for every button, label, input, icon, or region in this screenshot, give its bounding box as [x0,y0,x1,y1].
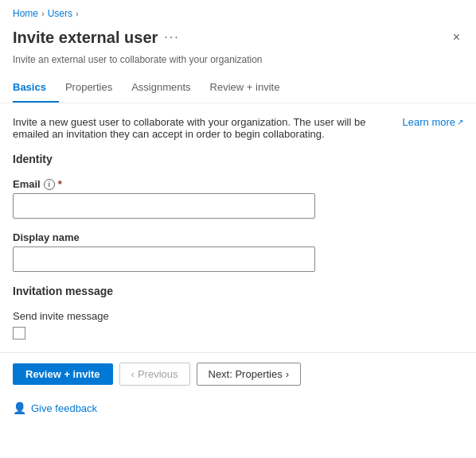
tab-bar: Basics Properties Assignments Review + i… [0,75,476,103]
breadcrumb-chevron2: › [76,9,79,18]
info-banner: Invite a new guest user to collaborate w… [13,116,463,140]
breadcrumb: Home › Users › [0,0,476,24]
previous-label: Previous [138,368,178,380]
give-feedback-link[interactable]: 👤 Give feedback [13,402,97,414]
invitation-section: Invitation message Send invite message [13,285,463,340]
more-options-icon[interactable]: ··· [164,30,179,45]
page-title: Invite external user [13,29,158,47]
previous-button[interactable]: ‹ Previous [119,363,190,386]
learn-more-anchor[interactable]: Learn more ↗ [403,116,463,128]
page-subtitle: Invite an external user to collaborate w… [0,54,476,75]
review-invite-button[interactable]: Review + invite [13,363,113,385]
close-icon: × [453,30,460,45]
send-invite-checkbox-wrapper [13,327,463,340]
header-left: Invite external user ··· [13,29,180,47]
email-required-indicator: * [58,178,62,190]
previous-chevron-icon: ‹ [131,368,135,380]
give-feedback-label: Give feedback [31,402,97,414]
send-invite-label: Send invite message [13,310,463,322]
page-header: Invite external user ··· × [0,24,476,54]
info-banner-text: Invite a new guest user to collaborate w… [13,116,393,140]
feedback-icon: 👤 [13,402,26,414]
close-button[interactable]: × [450,27,463,48]
display-name-label: Display name [13,231,463,243]
email-input[interactable] [13,193,315,219]
tab-assignments[interactable]: Assignments [131,75,203,103]
display-name-field-group: Display name [13,231,463,272]
email-label-text: Email [13,178,41,190]
footer-actions: Review + invite ‹ Previous Next: Propert… [0,353,476,395]
identity-section-title: Identity [13,153,463,165]
display-name-input[interactable] [13,246,315,272]
invitation-section-title: Invitation message [13,285,463,297]
email-label: Email i * [13,178,463,190]
breadcrumb-home[interactable]: Home [13,8,38,19]
breadcrumb-chevron1: › [41,9,45,18]
email-info-icon[interactable]: i [44,179,55,190]
tab-review-invite[interactable]: Review + invite [210,75,293,103]
display-name-label-text: Display name [13,231,80,243]
email-field-group: Email i * [13,178,463,219]
external-link-icon: ↗ [457,118,463,126]
tab-properties[interactable]: Properties [65,75,125,103]
give-feedback-section: 👤 Give feedback [0,395,476,427]
learn-more-link[interactable]: Learn more ↗ [403,116,463,128]
tab-basics[interactable]: Basics [13,75,59,103]
breadcrumb-users[interactable]: Users [48,8,72,19]
next-label: Next: Properties [209,368,283,380]
next-properties-button[interactable]: Next: Properties › [197,363,302,386]
next-chevron-icon: › [286,368,289,380]
send-invite-checkbox[interactable] [13,327,25,340]
main-content: Invite a new guest user to collaborate w… [0,103,476,340]
learn-more-label: Learn more [403,116,455,128]
